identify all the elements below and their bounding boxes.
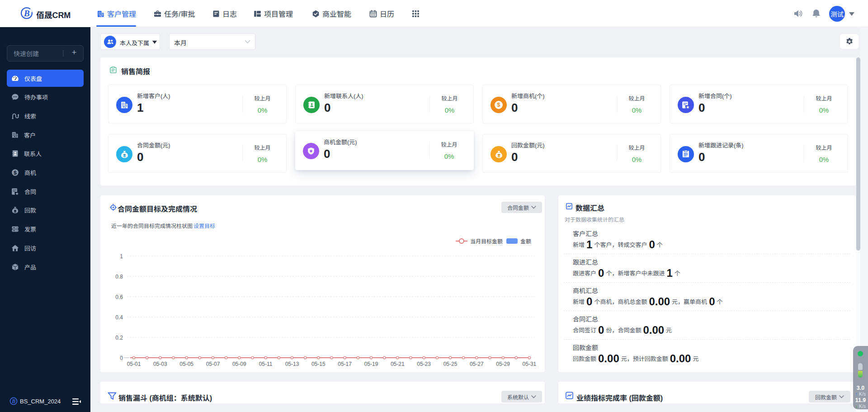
svg-text:05-27: 05-27 — [470, 361, 484, 367]
svg-text:05-07: 05-07 — [206, 361, 220, 367]
svg-text:0.4: 0.4 — [115, 314, 123, 321]
svg-text:05-05: 05-05 — [179, 361, 193, 367]
svg-text:0: 0 — [120, 355, 123, 361]
svg-text:05-19: 05-19 — [364, 361, 378, 367]
svg-text:05-15: 05-15 — [311, 361, 326, 367]
svg-text:05-13: 05-13 — [285, 361, 299, 367]
svg-text:$: $ — [497, 102, 500, 108]
svg-text:当月目标金额: 当月目标金额 — [470, 238, 503, 245]
svg-text:05-03: 05-03 — [153, 361, 167, 367]
svg-text:B: B — [11, 398, 15, 404]
svg-text:05-11: 05-11 — [259, 361, 273, 367]
svg-text:05-29: 05-29 — [496, 361, 510, 367]
svg-text:05-25: 05-25 — [443, 361, 458, 367]
svg-text:B: B — [24, 9, 30, 18]
svg-text:05-09: 05-09 — [232, 361, 246, 367]
svg-text:金额: 金额 — [520, 238, 531, 245]
svg-text:1: 1 — [120, 253, 123, 260]
svg-text:05-23: 05-23 — [417, 361, 431, 367]
svg-text:0.2: 0.2 — [115, 335, 123, 341]
svg-text:05-31: 05-31 — [523, 361, 537, 367]
svg-text:0.6: 0.6 — [115, 294, 123, 300]
svg-text:05-01: 05-01 — [127, 361, 141, 367]
svg-text:05-21: 05-21 — [391, 361, 405, 367]
svg-text:05-17: 05-17 — [338, 361, 352, 367]
svg-text:0.8: 0.8 — [115, 274, 123, 280]
